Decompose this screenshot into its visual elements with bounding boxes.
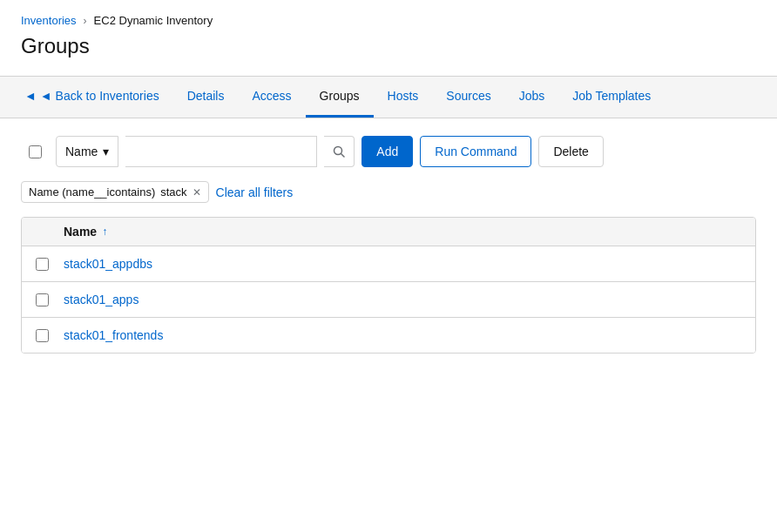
back-arrow-icon: ◄ [24,89,37,103]
row-3-checkbox[interactable] [36,329,49,342]
groups-table: Name ↑ stack01_appdbs stack01_apps stack… [21,217,756,354]
add-button[interactable]: Add [361,136,413,167]
filter-tag-value: stack [160,185,186,199]
toolbar: Name ▾ Add Run Command Delete [21,136,756,167]
table-row: stack01_appdbs [22,246,755,282]
header-section: Inventories › EC2 Dynamic Inventory Grou… [0,0,777,77]
name-column-header[interactable]: Name ↑ [64,225,107,239]
select-all-checkbox-col [21,145,49,158]
table-row: stack01_apps [22,282,755,318]
breadcrumb-separator: › [84,15,87,27]
page-title: Groups [21,34,756,58]
tab-details[interactable]: Details [173,77,239,118]
row-3-name-link[interactable]: stack01_frontends [64,328,163,342]
breadcrumb: Inventories › EC2 Dynamic Inventory [21,14,756,27]
tab-sources[interactable]: Sources [432,77,504,118]
breadcrumb-inventories-link[interactable]: Inventories [21,14,77,27]
row-1-name-link[interactable]: stack01_appdbs [64,257,152,271]
breadcrumb-current: EC2 Dynamic Inventory [94,14,213,27]
clear-all-filters-button[interactable]: Clear all filters [216,185,294,199]
tab-groups[interactable]: Groups [306,77,374,118]
tab-back-to-inventories[interactable]: ◄ ◄ Back to Inventories [10,77,173,118]
row-2-name-link[interactable]: stack01_apps [64,293,139,306]
filter-label: Name [65,145,98,158]
nav-tabs-container: ◄ ◄ Back to Inventories Details Access G… [0,77,777,118]
row-2-checkbox-col [36,293,64,306]
table-header: Name ↑ [22,218,755,246]
select-all-checkbox[interactable] [29,145,42,158]
search-input[interactable] [125,136,317,167]
active-filter-tag: Name (name__icontains) stack ✕ [21,181,209,203]
name-column-label: Name [64,225,97,239]
tab-jobs[interactable]: Jobs [505,77,559,118]
run-command-button[interactable]: Run Command [420,136,531,167]
tab-job-templates[interactable]: Job Templates [558,77,665,118]
filter-dropdown[interactable]: Name ▾ [56,136,118,167]
sort-ascending-icon: ↑ [102,226,107,238]
filter-tag-label: Name (name__icontains) [29,185,155,199]
search-icon [333,145,345,158]
tab-hosts[interactable]: Hosts [374,77,433,118]
chevron-down-icon: ▾ [103,145,109,158]
filter-tags: Name (name__icontains) stack ✕ Clear all… [21,181,756,203]
row-3-checkbox-col [36,329,64,342]
search-button[interactable] [324,136,355,167]
row-1-checkbox-col [36,258,64,271]
delete-button[interactable]: Delete [538,136,603,167]
filter-tag-remove-button[interactable]: ✕ [193,187,201,198]
main-content: Name ▾ Add Run Command Delete Name (name… [0,118,777,371]
row-2-checkbox[interactable] [36,293,49,306]
nav-tabs: ◄ ◄ Back to Inventories Details Access G… [0,77,777,118]
row-1-checkbox[interactable] [36,258,49,271]
tab-back-label: ◄ Back to Inventories [40,89,159,103]
svg-line-1 [341,154,345,158]
tab-access[interactable]: Access [238,77,305,118]
table-row: stack01_frontends [22,318,755,353]
